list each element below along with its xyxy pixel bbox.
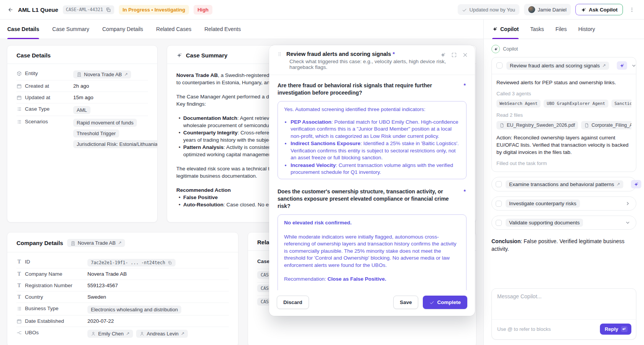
tab-label: Files bbox=[555, 26, 567, 32]
tab-label: Company Details bbox=[102, 26, 143, 32]
field-row: Created at2h ago bbox=[16, 80, 148, 92]
question-1: Are there fraud or behavioral risk signa… bbox=[278, 82, 467, 96]
task-name-pill[interactable]: Investigate counterparty risks bbox=[506, 199, 580, 208]
modal-header-icons bbox=[440, 51, 468, 58]
calendar-icon bbox=[16, 83, 22, 89]
sparkle-icon bbox=[494, 46, 498, 52]
task-name-pill[interactable]: Examine transactions and behavioral patt… bbox=[506, 180, 623, 188]
file-chip[interactable]: EU_Registry_Sweden_2026.pdf bbox=[496, 121, 578, 129]
arrow-up-right-icon: ↗ bbox=[124, 72, 128, 77]
reply-button[interactable]: Reply↵ bbox=[600, 324, 631, 335]
field-row: Business TypeElectronics wholesaling and… bbox=[16, 302, 229, 315]
tab-copilot[interactable]: Copilot bbox=[492, 20, 519, 39]
tab-case-details[interactable]: Case Details bbox=[7, 20, 39, 39]
field-label-text: Case Type bbox=[25, 106, 49, 112]
building-icon bbox=[71, 240, 76, 246]
field-value: 7ac2e2e1-19f1- ... -nt24tech bbox=[87, 258, 176, 267]
task-name-pill[interactable]: Validate supporting documents bbox=[506, 219, 583, 227]
message-input[interactable] bbox=[492, 289, 636, 312]
id-pill[interactable]: 7ac2e2e1-19f1- ... -nt24tech bbox=[87, 259, 176, 267]
sparkle-icon bbox=[581, 7, 586, 12]
tab-label: History bbox=[578, 26, 595, 32]
tab-history[interactable]: History bbox=[578, 20, 595, 39]
field-label: Scenarios bbox=[16, 118, 73, 124]
task-rows: Examine transactions and behavioral patt… bbox=[491, 177, 636, 230]
complete-label: Complete bbox=[437, 299, 461, 305]
arrow-up-right-icon: ↗ bbox=[181, 331, 184, 336]
answer-bullet: Indirect Sanctions Exposure: Identified … bbox=[291, 140, 460, 162]
agent-chips: WebSearch AgentUBO GraphExplorer AgentSa… bbox=[496, 100, 631, 108]
chevron-right-icon[interactable] bbox=[625, 201, 631, 206]
answer-2-lead: No elevated risk confirmed. bbox=[284, 219, 460, 227]
chevron-down-icon[interactable] bbox=[625, 220, 631, 226]
copy-icon bbox=[168, 260, 172, 265]
expand-button[interactable] bbox=[451, 51, 457, 58]
task-name-pill[interactable]: Review fraud alerts and scoring signals↗ bbox=[506, 62, 609, 70]
read-files-label: Read 2 files bbox=[496, 112, 631, 118]
tab-tasks[interactable]: Tasks bbox=[530, 20, 544, 39]
reply-label: Reply bbox=[605, 326, 618, 332]
save-button[interactable]: Save bbox=[393, 296, 419, 309]
task-name: Investigate counterparty risks bbox=[509, 201, 577, 206]
field-label: TCountry bbox=[16, 293, 87, 300]
tab-files[interactable]: Files bbox=[555, 20, 567, 39]
task-sparkle-button[interactable] bbox=[631, 180, 641, 188]
chevron-down-icon[interactable] bbox=[631, 63, 637, 69]
list-icon bbox=[16, 119, 22, 124]
cube-icon bbox=[16, 71, 22, 76]
person-pill[interactable]: Andreas Levin↗ bbox=[136, 330, 188, 338]
field-label-text: Date Established bbox=[25, 318, 64, 324]
person-name: Andreas Levin bbox=[147, 331, 179, 337]
field-value: 2h ago bbox=[73, 82, 89, 89]
copy-icon[interactable] bbox=[105, 7, 111, 13]
answer-2-box[interactable]: No elevated risk confirmed. While modera… bbox=[278, 214, 467, 290]
modal-title-row: Review fraud alerts and scoring signals … bbox=[277, 51, 467, 57]
sparkle-button[interactable] bbox=[440, 51, 446, 58]
field-label: Business Type bbox=[16, 304, 87, 311]
tab-company-details[interactable]: Company Details bbox=[102, 20, 143, 39]
task-checkbox[interactable] bbox=[496, 181, 502, 187]
id-value: 7ac2e2e1-19f1- ... -nt24tech bbox=[91, 260, 165, 265]
answer-1-box[interactable]: Yes. Automated screening identified thre… bbox=[278, 101, 467, 179]
discard-button[interactable]: Discard bbox=[277, 296, 309, 309]
close-button[interactable] bbox=[462, 51, 468, 58]
person-name: Emily Chen bbox=[98, 331, 123, 337]
person-pill[interactable]: Emily Chen↗ bbox=[87, 330, 133, 338]
text-icon: T bbox=[16, 259, 22, 265]
field-row: EntityNovera Trade AB↗ bbox=[16, 68, 148, 80]
back-button[interactable] bbox=[8, 6, 13, 13]
file-chip[interactable]: Corporate_Filing_APAC.p bbox=[581, 121, 631, 129]
tab-label: Related Events bbox=[204, 26, 241, 32]
tab-label: Case Summary bbox=[52, 26, 89, 32]
task-checkbox[interactable] bbox=[496, 220, 502, 226]
complete-button[interactable]: Complete bbox=[423, 296, 467, 309]
agent-chip: UBO GraphExplorer Agent bbox=[544, 100, 608, 108]
field-label-text: ID bbox=[25, 259, 30, 265]
tab-related-cases[interactable]: Related Cases bbox=[156, 20, 191, 39]
case-id: CASE-AML-44321 bbox=[66, 7, 103, 12]
company-entity-pill[interactable]: Novera Trade AB↗ bbox=[67, 239, 125, 247]
field-label-text: Country bbox=[25, 294, 43, 300]
assignee-pill[interactable]: Jamie Daniel bbox=[524, 4, 571, 15]
kebab-menu-button[interactable] bbox=[628, 5, 636, 15]
required-asterisk: * bbox=[464, 82, 466, 89]
modal-footer: Discard Save Complete bbox=[269, 290, 475, 316]
tab-related-events[interactable]: Related Events bbox=[204, 20, 241, 39]
task-checkbox[interactable] bbox=[496, 201, 502, 207]
modal-subtitle: Check what triggered this case: e.g., ve… bbox=[289, 59, 467, 70]
task-row[interactable]: Validate supporting documents bbox=[491, 216, 636, 230]
tab-label: Copilot bbox=[500, 26, 519, 32]
ask-copilot-button[interactable]: Ask Copilot bbox=[576, 4, 623, 15]
task-sparkle-button[interactable] bbox=[617, 61, 627, 70]
arrow-up-right-icon: ↗ bbox=[118, 240, 122, 245]
tab-case-summary[interactable]: Case Summary bbox=[52, 20, 89, 39]
modal-title: Review fraud alerts and scoring signals … bbox=[286, 51, 395, 57]
entity-pill[interactable]: Novera Trade AB↗ bbox=[73, 70, 131, 78]
task-checkbox[interactable] bbox=[496, 62, 503, 69]
case-id-badge[interactable]: CASE-AML-44321 bbox=[63, 5, 114, 14]
scenario-pill: Rapid movement of funds bbox=[73, 119, 137, 127]
copilot-sidebar: CopilotTasksFilesHistory Copilot Review … bbox=[484, 20, 644, 345]
drag-handle-icon[interactable] bbox=[277, 51, 283, 57]
task-row[interactable]: Investigate counterparty risks bbox=[491, 196, 636, 211]
task-row[interactable]: Examine transactions and behavioral patt… bbox=[491, 177, 636, 191]
